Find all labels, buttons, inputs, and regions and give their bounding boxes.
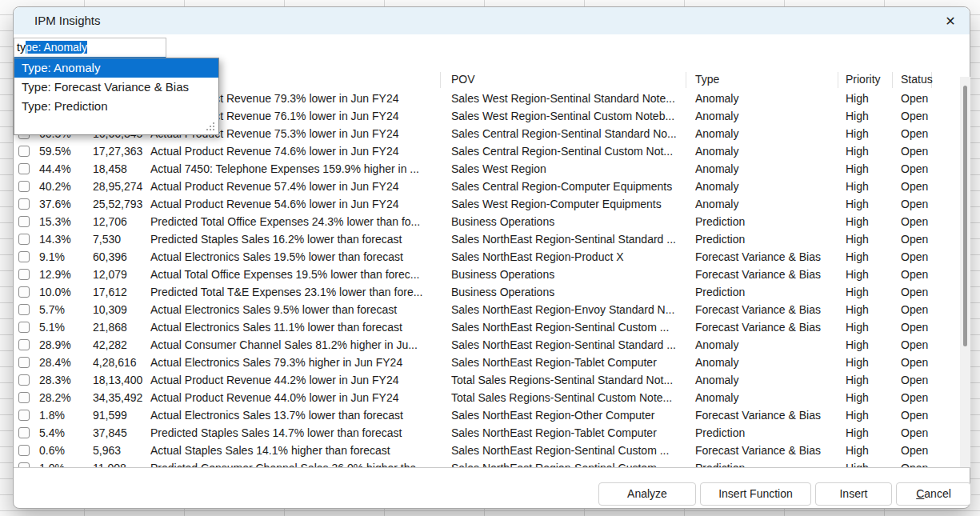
row-checkbox[interactable] (18, 216, 30, 227)
table-row[interactable]: 15.3% 12,706 Predicted Total Office Expe… (14, 213, 958, 230)
insight-type: Anomaly (695, 178, 844, 195)
table-row[interactable]: 5.7% 10,309 Actual Electronics Sales 9.5… (14, 301, 958, 318)
insight-status: Open (901, 248, 947, 266)
insight-value: 17,27,363 (93, 142, 149, 160)
insight-description: Actual Product Revenue 44.2% lower in Ju… (150, 371, 446, 389)
resize-grip-icon[interactable] (205, 121, 214, 130)
insight-impact: 0.6% (39, 442, 90, 459)
table-row[interactable]: 40.2% 28,95,274 Actual Product Revenue 5… (14, 178, 958, 195)
insight-type: Forecast Variance & Bias (695, 301, 844, 318)
row-checkbox[interactable] (18, 269, 30, 280)
insight-type: Prediction (695, 283, 844, 301)
insight-priority: High (846, 389, 895, 406)
insight-impact: 9.1% (39, 248, 90, 266)
analyze-button[interactable]: Analyze (598, 482, 696, 506)
dropdown-option-prediction[interactable]: Type: Prediction (14, 97, 218, 116)
row-checkbox[interactable] (18, 286, 30, 298)
table-row[interactable]: 14.3% 7,530 Predicted Staples Sales 16.2… (14, 230, 958, 248)
insight-status: Open (901, 266, 947, 283)
table-row[interactable]: 59.5% 17,27,363 Actual Product Revenue 7… (14, 142, 958, 160)
row-checkbox[interactable] (18, 445, 30, 456)
insight-impact: 28.4% (39, 354, 90, 371)
row-checkbox[interactable] (18, 163, 30, 174)
cancel-label-rest: ancel (924, 487, 950, 500)
insight-status: Open (901, 195, 947, 213)
insight-value: 28,95,274 (93, 178, 149, 195)
insight-description: Predicted Consumer Channel Sales 36.0% h… (150, 459, 446, 467)
table-row[interactable]: 1.0% 11,008 Predicted Consumer Channel S… (14, 459, 958, 467)
row-checkbox[interactable] (18, 410, 30, 421)
table-row[interactable]: 5.1% 21,868 Actual Electronics Sales 11.… (14, 318, 958, 336)
type-filter-input[interactable]: type: Anomaly (14, 38, 166, 58)
row-checkbox[interactable] (18, 198, 30, 210)
row-checkbox[interactable] (18, 322, 30, 333)
row-checkbox[interactable] (18, 357, 30, 368)
table-row[interactable]: 9.1% 60,396 Actual Electronics Sales 19.… (14, 248, 958, 266)
insight-pov: Sales Central Region-Sentinal Standard N… (451, 125, 691, 142)
insight-description: Predicted Total T&E Expenses 23.1% lower… (150, 283, 446, 301)
insight-priority: High (846, 195, 895, 213)
insight-impact: 59.5% (39, 142, 90, 160)
insight-impact: 28.2% (39, 389, 90, 406)
row-checkbox[interactable] (18, 374, 30, 386)
table-row[interactable]: 1.8% 91,599 Actual Electronics Sales 13.… (14, 406, 958, 424)
insert-function-button[interactable]: Insert Function (700, 482, 811, 506)
insight-pov: Sales Central Region-Sentinal Custom Not… (451, 142, 691, 160)
column-header-type[interactable]: Type (695, 70, 719, 90)
table-row[interactable]: 5.4% 37,845 Predicted Staples Sales 14.7… (14, 424, 958, 442)
table-row[interactable]: 28.2% 34,35,492 Actual Product Revenue 4… (14, 389, 958, 406)
dialog-title: IPM Insights (34, 7, 101, 34)
column-header-status[interactable]: Status (901, 70, 933, 90)
table-bottom-border (14, 467, 970, 468)
row-checkbox[interactable] (18, 392, 30, 403)
insight-status: Open (901, 442, 947, 459)
row-checkbox[interactable] (18, 427, 30, 438)
column-header-priority[interactable]: Priority (846, 70, 881, 90)
insight-type: Anomaly (695, 90, 844, 107)
table-row[interactable]: 28.9% 42,282 Actual Consumer Channel Sal… (14, 336, 958, 354)
insight-priority: High (846, 125, 895, 142)
insight-priority: High (846, 406, 895, 424)
dropdown-option-anomaly[interactable]: Type: Anomaly (14, 58, 218, 78)
dialog-titlebar: IPM Insights ✕ (14, 7, 970, 34)
insight-value: 17,612 (93, 283, 149, 301)
row-checkbox[interactable] (18, 251, 30, 262)
insight-status: Open (901, 142, 947, 160)
insight-pov: Sales NorthEast Region-Sentinal Custom..… (451, 459, 691, 467)
vertical-scrollbar-track[interactable] (960, 77, 970, 467)
vertical-scrollbar-thumb[interactable] (963, 86, 967, 346)
row-checkbox[interactable] (18, 339, 30, 350)
row-checkbox[interactable] (18, 234, 30, 245)
table-row[interactable]: 28.3% 18,13,400 Actual Product Revenue 4… (14, 371, 958, 389)
table-row[interactable]: 37.6% 25,52,793 Actual Product Revenue 5… (14, 195, 958, 213)
insight-value: 7,530 (93, 230, 149, 248)
insight-value: 25,52,793 (93, 195, 149, 213)
insight-type: Prediction (695, 459, 844, 467)
row-checkbox[interactable] (18, 181, 30, 192)
table-row[interactable]: 28.4% 4,28,616 Actual Electronics Sales … (14, 354, 958, 371)
insight-type: Anomaly (695, 125, 844, 142)
close-button[interactable]: ✕ (941, 12, 960, 31)
ipm-insights-dialog: IPM Insights ✕ type: Anomaly POV Type Pr… (13, 6, 970, 509)
insight-pov: Sales NorthEast Region-Sentinal Custom .… (451, 318, 691, 336)
table-row[interactable]: 0.6% 5,963 Actual Staples Sales 14.1% hi… (14, 442, 958, 459)
insight-impact: 5.1% (39, 318, 90, 336)
header-separator (892, 72, 893, 88)
insight-priority: High (846, 142, 895, 160)
table-row[interactable]: 44.4% 18,458 Actual 7450: Telephone Expe… (14, 160, 958, 178)
row-checkbox[interactable] (18, 304, 30, 315)
insight-type: Forecast Variance & Bias (695, 248, 844, 266)
cancel-button[interactable]: Cancel (896, 482, 971, 506)
insight-status: Open (901, 178, 947, 195)
insight-type: Anomaly (695, 389, 844, 406)
insight-impact: 10.0% (39, 283, 90, 301)
insert-button[interactable]: Insert (815, 482, 892, 506)
row-checkbox[interactable] (18, 146, 30, 157)
table-row[interactable]: 10.0% 17,612 Predicted Total T&E Expense… (14, 283, 958, 301)
insight-description: Actual Electronics Sales 13.7% lower tha… (150, 406, 446, 424)
insight-status: Open (901, 406, 947, 424)
insight-impact: 1.0% (39, 459, 90, 467)
dropdown-option-forecast-variance[interactable]: Type: Forecast Variance & Bias (14, 78, 218, 97)
column-header-pov[interactable]: POV (451, 70, 475, 90)
table-row[interactable]: 12.9% 12,079 Actual Total Office Expense… (14, 266, 958, 283)
